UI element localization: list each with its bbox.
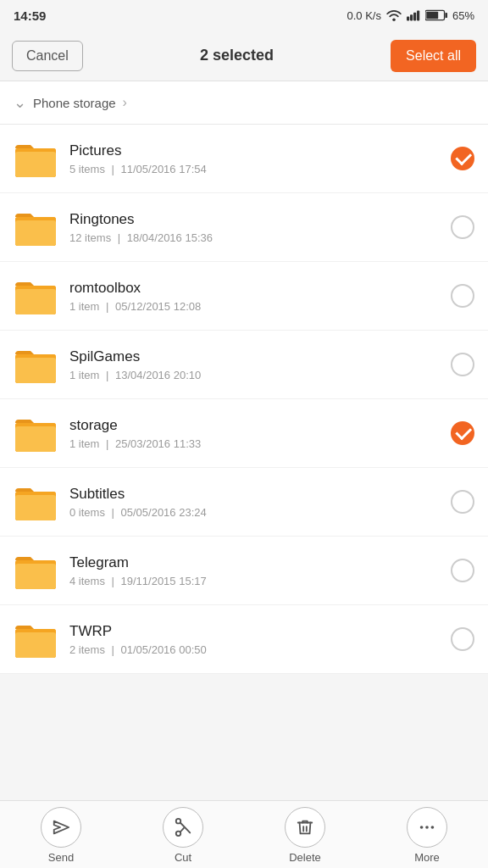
- list-item[interactable]: Subtitles0 items | 05/05/2016 23:24: [0, 468, 488, 537]
- list-item[interactable]: Telegram4 items | 19/11/2015 15:17: [0, 537, 488, 605]
- folder-icon: [14, 342, 58, 387]
- folder-icon: [14, 548, 58, 593]
- battery-percent: 65%: [452, 9, 474, 22]
- file-name: SpilGames: [69, 348, 451, 365]
- list-item[interactable]: SpilGames1 item | 13/04/2016 20:10: [0, 331, 488, 399]
- nav-item-send[interactable]: Send: [31, 807, 91, 864]
- file-name: Subtitles: [69, 486, 451, 503]
- list-item[interactable]: Pictures5 items | 11/05/2016 17:54: [0, 125, 488, 193]
- breadcrumb: ⌄ Phone storage ›: [0, 81, 488, 125]
- svg-rect-12: [15, 220, 56, 246]
- file-name: Ringtones: [69, 211, 451, 228]
- selected-count: 2 selected: [200, 47, 274, 64]
- folder-icon: [14, 480, 58, 524]
- svg-rect-2: [413, 13, 416, 21]
- file-checkbox[interactable]: [451, 627, 474, 651]
- svg-rect-21: [15, 426, 56, 452]
- battery-icon: [425, 9, 447, 21]
- status-time: 14:59: [14, 8, 46, 23]
- select-all-button[interactable]: Select all: [391, 40, 476, 72]
- bottom-nav: Send Cut Delete: [0, 800, 488, 868]
- file-meta: 12 items | 18/04/2016 15:36: [69, 231, 451, 244]
- svg-rect-3: [417, 10, 419, 20]
- breadcrumb-label: Phone storage: [33, 96, 116, 110]
- svg-rect-27: [15, 564, 56, 589]
- file-info: Telegram4 items | 19/11/2015 15:17: [69, 554, 451, 587]
- file-meta: 0 items | 05/05/2016 23:24: [69, 506, 451, 519]
- file-info: TWRP2 items | 01/05/2016 00:50: [69, 623, 451, 656]
- file-checkbox[interactable]: [451, 559, 474, 582]
- file-meta: 2 items | 01/05/2016 00:50: [69, 643, 451, 656]
- nav-item-more[interactable]: More: [397, 807, 457, 864]
- file-list-container: Pictures5 items | 11/05/2016 17:54 Ringt…: [0, 125, 488, 742]
- file-meta: 4 items | 19/11/2015 15:17: [69, 575, 451, 587]
- file-meta: 1 item | 13/04/2016 20:10: [69, 369, 451, 381]
- svg-point-37: [431, 826, 435, 829]
- delete-icon: [296, 818, 314, 837]
- svg-rect-18: [15, 358, 56, 383]
- wifi-icon: [386, 9, 402, 21]
- folder-icon: [14, 617, 58, 661]
- file-meta: 1 item | 05/12/2015 12:08: [69, 300, 451, 313]
- cancel-button[interactable]: Cancel: [12, 41, 83, 71]
- file-list: Pictures5 items | 11/05/2016 17:54 Ringt…: [0, 125, 488, 674]
- send-icon: [52, 818, 70, 837]
- file-checkbox[interactable]: [451, 215, 474, 239]
- nav-label-more: More: [414, 851, 440, 864]
- file-info: romtoolbox1 item | 05/12/2015 12:08: [69, 280, 451, 313]
- folder-icon: [14, 136, 58, 181]
- nav-item-delete[interactable]: Delete: [275, 807, 335, 864]
- file-checkbox[interactable]: [451, 147, 474, 170]
- action-bar: Cancel 2 selected Select all: [0, 31, 488, 81]
- file-checkbox[interactable]: [451, 353, 474, 376]
- file-checkbox[interactable]: [451, 284, 474, 308]
- svg-rect-9: [15, 152, 56, 177]
- file-meta: 1 item | 25/03/2016 11:33: [69, 437, 451, 450]
- network-speed: 0.0 K/s: [347, 9, 381, 22]
- file-checkbox[interactable]: [451, 421, 474, 445]
- file-name: romtoolbox: [69, 280, 451, 297]
- nav-label-send: Send: [48, 851, 74, 864]
- svg-rect-24: [15, 495, 56, 520]
- file-name: Pictures: [69, 142, 451, 159]
- more-icon-circle: [407, 807, 447, 848]
- folder-icon: [14, 411, 58, 455]
- file-checkbox[interactable]: [451, 490, 474, 514]
- signal-icon: [407, 9, 420, 21]
- nav-item-cut[interactable]: Cut: [153, 807, 213, 864]
- file-info: Ringtones12 items | 18/04/2016 15:36: [69, 211, 451, 244]
- folder-icon: [14, 205, 58, 249]
- file-info: Pictures5 items | 11/05/2016 17:54: [69, 142, 451, 175]
- svg-rect-30: [15, 632, 56, 658]
- svg-rect-5: [445, 13, 447, 18]
- list-item[interactable]: Ringtones12 items | 18/04/2016 15:36: [0, 193, 488, 262]
- list-item[interactable]: romtoolbox1 item | 05/12/2015 12:08: [0, 262, 488, 331]
- nav-label-delete: Delete: [289, 851, 321, 864]
- breadcrumb-down-icon: ⌄: [14, 93, 26, 112]
- list-item[interactable]: TWRP2 items | 01/05/2016 00:50: [0, 605, 488, 674]
- file-info: SpilGames1 item | 13/04/2016 20:10: [69, 348, 451, 381]
- file-name: TWRP: [69, 623, 451, 640]
- svg-rect-6: [426, 12, 438, 19]
- nav-label-cut: Cut: [175, 851, 191, 864]
- folder-icon: [14, 274, 58, 318]
- svg-point-36: [425, 826, 429, 829]
- svg-rect-1: [410, 14, 413, 20]
- cut-icon: [174, 818, 192, 837]
- svg-rect-15: [15, 289, 56, 314]
- svg-point-35: [420, 826, 424, 829]
- status-right: 0.0 K/s 65%: [347, 9, 475, 22]
- svg-line-34: [180, 828, 184, 832]
- file-info: storage1 item | 25/03/2016 11:33: [69, 417, 451, 450]
- file-info: Subtitles0 items | 05/05/2016 23:24: [69, 486, 451, 519]
- file-name: storage: [69, 417, 451, 434]
- list-item[interactable]: storage1 item | 25/03/2016 11:33: [0, 399, 488, 468]
- file-name: Telegram: [69, 554, 451, 571]
- send-icon-circle: [41, 807, 81, 848]
- file-meta: 5 items | 11/05/2016 17:54: [69, 163, 451, 175]
- cut-icon-circle: [163, 807, 203, 848]
- more-icon: [418, 818, 436, 837]
- svg-rect-0: [407, 17, 409, 21]
- status-bar: 14:59 0.0 K/s 65%: [0, 0, 488, 31]
- delete-icon-circle: [285, 807, 325, 848]
